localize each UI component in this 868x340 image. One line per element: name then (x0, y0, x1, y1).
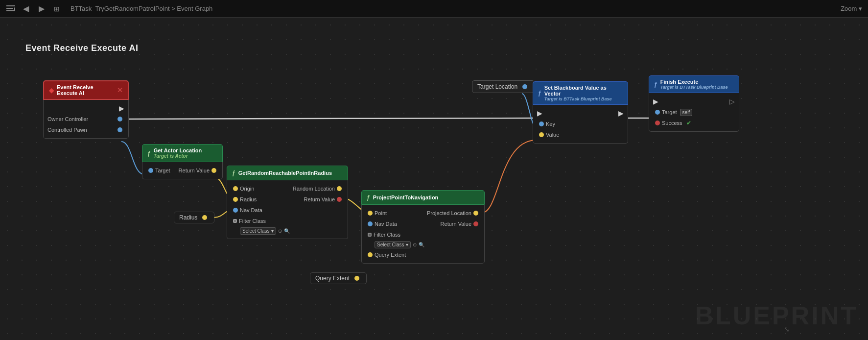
finish-exec-out: ▷ (729, 98, 735, 105)
get-actor-location-node[interactable]: ƒ Get Actor Location Target is Actor Tar… (142, 144, 223, 179)
nav-data2-pin (368, 221, 373, 226)
nav-data2-row: Nav Data Return Value (362, 219, 484, 229)
success-row: Success ✔ (649, 118, 739, 128)
value-pin (539, 132, 544, 137)
nav-data-pin (233, 208, 238, 213)
select-class-text2: Select Class (377, 242, 404, 247)
breadcrumb: BTTask_TryGetRandomPatrolPoint > Event G… (70, 5, 212, 12)
radius-pin (202, 215, 207, 220)
filter-icon2b[interactable]: 🔍 (419, 242, 424, 247)
target-location-node[interactable]: Target Location (472, 80, 535, 93)
grid-icon: ⊞ (52, 4, 62, 14)
nav-data2-label: Nav Data (375, 221, 397, 227)
get-actor-location-title: Get Actor Location (154, 147, 202, 153)
success-label: Success (662, 120, 682, 126)
select-class-row1: Select Class ▾ ⊙ 🔍 (227, 226, 348, 236)
svg-rect-0 (6, 5, 15, 6)
key-row: Key (533, 119, 628, 129)
point-row: Point Projected Location (362, 208, 484, 219)
forward-button[interactable]: ▶ (36, 3, 47, 14)
zoom-control[interactable]: Zoom ▾ (841, 5, 862, 12)
filter-class-pin (233, 219, 237, 223)
return-value2-pin (337, 197, 342, 202)
finish-exec-row: ▶ ▷ (649, 96, 739, 107)
project-point-header: ƒ ProjectPointToNavigation (361, 190, 485, 205)
select-class-row2: Select Class ▾ ⊙ 🔍 (362, 240, 484, 249)
graph-title: Event Receive Execute AI (25, 43, 138, 53)
self-badge: self (680, 109, 693, 116)
target-location-pin (522, 84, 527, 89)
set-blackboard-exec-row: ▶ ▶ (533, 108, 628, 119)
set-blackboard-node[interactable]: ƒ Set Blackboard Value as Vector Target … (533, 81, 628, 144)
get-actor-location-subtitle: Target is Actor (154, 153, 202, 159)
get-random-reachable-node[interactable]: ƒ GetRandomReachablePointInRadius Origin… (227, 166, 348, 239)
key-pin (539, 121, 544, 126)
radius-label: Radius (179, 214, 197, 221)
wires-layer (0, 18, 868, 340)
origin-row: Origin Random Location (227, 183, 348, 194)
target-row: Target Return Value (142, 165, 222, 176)
svg-rect-1 (6, 8, 13, 9)
project-point-body: Point Projected Location Nav Data Return… (361, 205, 485, 264)
owner-controller-row: Owner Controller (44, 114, 128, 124)
radius-node[interactable]: Radius (174, 212, 214, 223)
owner-controller-label: Owner Controller (47, 116, 88, 122)
get-actor-location-body: Target Return Value (142, 162, 223, 179)
event-receive-body: ▶ Owner Controller Controlled Pawn (43, 100, 129, 139)
menu-icon[interactable] (6, 4, 16, 14)
project-point-node[interactable]: ƒ ProjectPointToNavigation Point Project… (361, 190, 485, 264)
query-extent-node-pin (354, 276, 359, 281)
dropdown-chevron1: ▾ (271, 228, 274, 234)
controlled-pawn-pin (117, 127, 122, 132)
filter-icon2a[interactable]: ⊙ (413, 242, 417, 247)
set-blackboard-subtitle: Target is BTTask Blueprint Base (544, 97, 623, 101)
query-extent-label: Query Extent (375, 252, 406, 258)
query-extent-pin (368, 252, 373, 257)
target-location-label: Target Location (477, 83, 517, 90)
blueprint-canvas[interactable]: Event Receive Execute AI ◆ Event Receive… (0, 18, 868, 340)
target-finish-pin (655, 110, 660, 115)
finish-execute-node[interactable]: ƒ Finish Execute Target is BTTask Bluepr… (649, 75, 739, 132)
finish-execute-subtitle: Target is BTTask Blueprint Base (660, 85, 728, 90)
set-blackboard-body: ▶ ▶ Key Value (533, 105, 628, 144)
set-blackboard-header: ƒ Set Blackboard Value as Vector Target … (533, 81, 628, 105)
nav-data-label: Nav Data (240, 207, 262, 213)
origin-pin (233, 186, 238, 191)
get-random-title: GetRandomReachablePointInRadius (238, 170, 332, 176)
svg-rect-2 (6, 10, 15, 11)
filter-class2-pin (368, 233, 372, 237)
select-class-dropdown2[interactable]: Select Class ▾ (375, 241, 411, 248)
finish-exec-in: ▶ (653, 98, 658, 105)
event-receive-execute-ai-node[interactable]: ◆ Event Receive Execute AI ✕ ▶ Owner Con… (43, 80, 129, 139)
filter-icon1a[interactable]: ⊙ (278, 228, 282, 234)
filter-icon1b[interactable]: 🔍 (284, 228, 290, 234)
filter-class2-label: Filter Class (374, 232, 400, 238)
finish-execute-header: ƒ Finish Execute Target is BTTask Bluepr… (649, 75, 739, 93)
back-button[interactable]: ◀ (21, 3, 31, 14)
origin-label: Origin (240, 186, 254, 192)
success-pin (655, 121, 660, 125)
target-pin (148, 168, 153, 173)
random-location-label: Random Location (293, 186, 335, 192)
filter-class-label: Filter Class (239, 218, 266, 224)
set-blackboard-exec-in: ▶ (537, 110, 542, 117)
select-class-dropdown1[interactable]: Select Class ▾ (240, 227, 276, 235)
project-point-title: ProjectPointToNavigation (373, 194, 439, 200)
projected-location-pin (473, 211, 478, 216)
set-blackboard-title: Set Blackboard Value as Vector (544, 85, 623, 97)
key-label: Key (546, 121, 555, 127)
query-extent-node[interactable]: Query Extent (310, 272, 367, 284)
resize-handle[interactable]: ⤡ (784, 325, 790, 331)
event-close-icon[interactable]: ✕ (117, 86, 123, 94)
nav-data-row: Nav Data (227, 205, 348, 216)
return-value-label: Return Value (179, 168, 210, 173)
value-row: Value (533, 129, 628, 140)
success-check-icon: ✔ (686, 120, 691, 126)
return-value2-label: Return Value (304, 196, 335, 202)
random-location-pin (337, 186, 342, 191)
controlled-pawn-row: Controlled Pawn (44, 124, 128, 135)
query-extent-row: Query Extent (362, 249, 484, 260)
exec-out-row: ▶ (44, 103, 128, 114)
event-receive-title: Event Receive Execute AI (57, 84, 114, 96)
radius-input-row: Radius Return Value (227, 194, 348, 205)
